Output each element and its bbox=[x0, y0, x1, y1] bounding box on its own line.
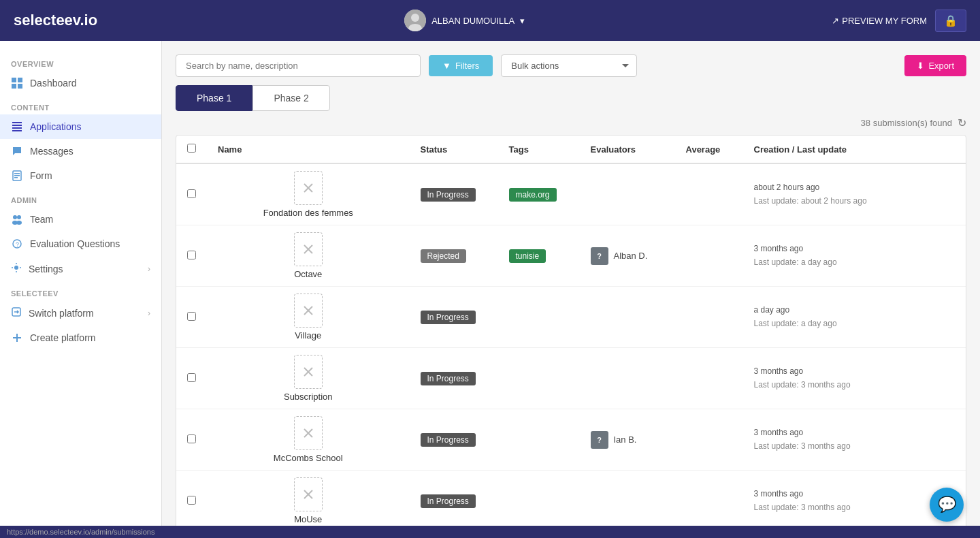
svg-rect-14 bbox=[14, 177, 18, 178]
last-update-date: Last update: 3 months ago bbox=[754, 440, 956, 453]
create-platform-label: Create platform bbox=[30, 332, 95, 343]
app-name: MoUse bbox=[294, 514, 322, 524]
datetime-cell: 3 months ago Last update: a day ago bbox=[754, 242, 956, 268]
average-cell bbox=[675, 348, 743, 409]
main-content: ▼ Filters Bulk actions ⬇ Export Phase 1 … bbox=[162, 41, 980, 538]
sidebar-item-messages[interactable]: Messages bbox=[0, 139, 161, 163]
last-update-date: Last update: a day ago bbox=[754, 317, 956, 330]
phase2-tab[interactable]: Phase 2 bbox=[252, 85, 329, 111]
svg-rect-8 bbox=[12, 125, 22, 126]
svg-text:?: ? bbox=[16, 241, 19, 248]
sidebar-item-applications[interactable]: Applications bbox=[0, 114, 161, 139]
app-cell[interactable]: Subscription bbox=[218, 355, 399, 402]
lock-button[interactable]: 🔒 bbox=[935, 10, 966, 32]
filters-button[interactable]: ▼ Filters bbox=[429, 55, 493, 76]
svg-rect-13 bbox=[14, 175, 20, 176]
app-cell[interactable]: McCombs School bbox=[218, 416, 399, 463]
app-cell[interactable]: Fondation des femmes bbox=[218, 171, 399, 218]
col-header-datetime: Creation / Last update bbox=[743, 136, 966, 163]
datetime-cell: about 2 hours ago Last update: about 2 h… bbox=[754, 181, 956, 207]
navbar-right: ↗ PREVIEW MY FORM 🔒 bbox=[832, 10, 966, 32]
svg-rect-7 bbox=[12, 122, 22, 123]
app-icon bbox=[294, 294, 323, 328]
bulk-actions-select[interactable]: Bulk actions bbox=[501, 54, 637, 77]
status-badge: In Progress bbox=[421, 311, 476, 324]
svg-rect-3 bbox=[12, 78, 16, 82]
sidebar-item-create-platform[interactable]: Create platform bbox=[0, 326, 161, 350]
average-cell bbox=[675, 471, 743, 532]
svg-rect-10 bbox=[12, 130, 22, 131]
svg-point-15 bbox=[13, 215, 17, 219]
settings-label: Settings bbox=[29, 264, 63, 274]
statusbar: https://demo.selecteev.io/admin/submissi… bbox=[0, 526, 980, 538]
search-input[interactable] bbox=[176, 54, 421, 77]
evaluator-cell: ? Alban D. bbox=[591, 247, 664, 265]
svg-rect-9 bbox=[12, 127, 22, 129]
created-date: 3 months ago bbox=[754, 426, 956, 439]
app-cell[interactable]: Village bbox=[218, 294, 399, 341]
form-label: Form bbox=[30, 170, 52, 181]
average-cell bbox=[675, 225, 743, 287]
sidebar-item-evaluation-questions[interactable]: ? Evaluation Questions bbox=[0, 232, 161, 256]
sidebar-item-form[interactable]: Form bbox=[0, 163, 161, 188]
filter-icon: ▼ bbox=[442, 61, 451, 71]
admin-section-label: ADMIN bbox=[0, 188, 161, 207]
external-link-icon: ↗ bbox=[832, 16, 839, 26]
status-badge: In Progress bbox=[421, 433, 476, 447]
average-cell bbox=[675, 163, 743, 225]
svg-point-1 bbox=[411, 14, 419, 22]
export-button[interactable]: ⬇ Export bbox=[904, 55, 966, 76]
app-cell[interactable]: Octave bbox=[218, 232, 399, 279]
last-update-date: Last update: 3 months ago bbox=[754, 501, 956, 514]
dashboard-label: Dashboard bbox=[30, 78, 77, 89]
app-icon bbox=[294, 232, 323, 266]
row-checkbox[interactable] bbox=[187, 189, 196, 198]
row-checkbox[interactable] bbox=[187, 251, 196, 259]
select-all-checkbox[interactable] bbox=[187, 144, 196, 153]
app-cell[interactable]: MoUse bbox=[218, 477, 399, 524]
evaluation-questions-label: Evaluation Questions bbox=[30, 238, 120, 249]
submissions-table: Name Status Tags Evaluators Average Crea… bbox=[176, 135, 966, 538]
download-icon: ⬇ bbox=[917, 61, 924, 71]
selecteev-section-label: SELECTEEV bbox=[0, 281, 161, 300]
status-badge: In Progress bbox=[421, 494, 476, 508]
brand-logo: selecteev.io bbox=[14, 12, 97, 29]
created-date: about 2 hours ago bbox=[754, 181, 956, 194]
preview-link[interactable]: ↗ PREVIEW MY FORM bbox=[832, 16, 927, 26]
user-menu[interactable]: ALBAN DUMOUILLA ▾ bbox=[404, 10, 525, 31]
row-checkbox[interactable] bbox=[187, 434, 196, 443]
sidebar: OVERVIEW Dashboard CONTENT Applications … bbox=[0, 41, 162, 538]
evaluator-name: Alban D. bbox=[614, 251, 648, 261]
created-date: 3 months ago bbox=[754, 488, 956, 501]
navbar: selecteev.io ALBAN DUMOUILLA ▾ ↗ PREVIEW… bbox=[0, 0, 980, 41]
average-cell bbox=[675, 409, 743, 471]
phase-tabs: Phase 1 Phase 2 bbox=[176, 85, 966, 111]
create-platform-icon bbox=[11, 332, 23, 344]
app-icon bbox=[294, 355, 323, 389]
sidebar-item-dashboard[interactable]: Dashboard bbox=[0, 71, 161, 95]
settings-icon bbox=[11, 262, 22, 275]
row-checkbox[interactable] bbox=[187, 312, 196, 321]
row-checkbox[interactable] bbox=[187, 373, 196, 382]
app-name: Village bbox=[295, 330, 321, 341]
switch-platform-arrow-icon: › bbox=[148, 308, 150, 318]
svg-point-16 bbox=[17, 215, 21, 219]
phase1-tab[interactable]: Phase 1 bbox=[176, 85, 252, 111]
sidebar-item-switch-platform[interactable]: Switch platform › bbox=[0, 300, 161, 326]
table-row: Subscription In Progress 3 months ago La… bbox=[176, 348, 966, 409]
messages-label: Messages bbox=[30, 146, 74, 157]
sidebar-item-settings[interactable]: Settings › bbox=[0, 256, 161, 281]
app-icon bbox=[294, 416, 323, 450]
col-header-status: Status bbox=[410, 136, 498, 163]
chat-button[interactable]: 💬 bbox=[930, 488, 964, 522]
datetime-cell: 3 months ago Last update: 3 months ago bbox=[754, 365, 956, 391]
datetime-cell: 3 months ago Last update: 3 months ago bbox=[754, 488, 956, 513]
table-row: Octave Rejected tunisie ? Alban D. 3 mon… bbox=[176, 225, 966, 287]
status-badge: In Progress bbox=[421, 188, 476, 202]
sidebar-item-team[interactable]: Team bbox=[0, 207, 161, 232]
created-date: 3 months ago bbox=[754, 365, 956, 378]
col-header-name: Name bbox=[207, 136, 410, 163]
refresh-icon[interactable]: ↻ bbox=[958, 116, 966, 129]
row-checkbox[interactable] bbox=[187, 496, 196, 505]
col-header-evaluators: Evaluators bbox=[580, 136, 675, 163]
